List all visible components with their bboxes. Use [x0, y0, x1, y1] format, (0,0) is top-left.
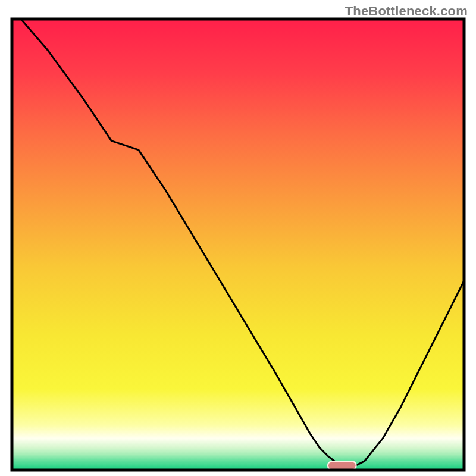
bottleneck-chart	[0, 0, 476, 476]
plot-area	[12, 19, 464, 470]
svg-rect-1	[328, 462, 356, 469]
chart-stage: TheBottleneck.com	[0, 0, 476, 476]
gradient-background	[12, 19, 464, 470]
